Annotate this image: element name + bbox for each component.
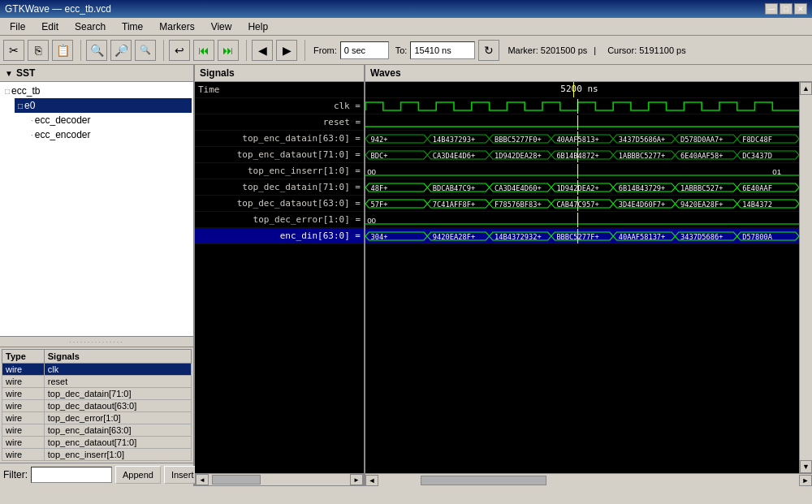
signals-list[interactable]: Time clk =reset =top_enc_datain[63:0] =t… — [195, 82, 364, 473]
type-signals-row[interactable]: wireclk — [2, 364, 192, 376]
col-signals-header: Signals — [44, 350, 191, 364]
menu-file[interactable]: File — [3, 19, 32, 34]
signal-time-header: Time — [195, 82, 364, 98]
wave-reset-row — [365, 114, 799, 131]
svg-text:48F+: 48F+ — [371, 184, 388, 192]
svg-text:3D4E4D60F7+: 3D4E4D60F7+ — [619, 200, 666, 209]
maximize-button[interactable]: □ — [780, 3, 793, 15]
signal-cell: clk — [44, 364, 191, 376]
hscroll-right[interactable]: ► — [799, 475, 812, 486]
toolbar-marker-next[interactable]: ⏭ — [218, 40, 239, 61]
signal-cell: reset — [44, 376, 191, 388]
type-signals-row[interactable]: wiretop_enc_datain[63:0] — [2, 424, 192, 437]
type-signals-row[interactable]: wiretop_dec_dataout[63:0] — [2, 400, 192, 412]
sst-tree[interactable]: □ ecc_tb □ e0 · ecc_decoder · ecc_encode… — [0, 82, 193, 336]
svg-text:BDC+: BDC+ — [371, 152, 388, 160]
signal-row[interactable]: enc_din[63:0] = — [195, 228, 364, 244]
signal-row[interactable]: top_dec_datain[71:0] = — [195, 179, 364, 196]
waves-panel: Waves 5200 ns — [365, 65, 812, 486]
filter-input[interactable] — [31, 467, 112, 483]
toolbar-page-right[interactable]: ▶ — [276, 40, 297, 61]
tree-e0[interactable]: □ e0 — [15, 98, 192, 113]
minimize-button[interactable]: — — [765, 3, 778, 15]
type-cell: wire — [2, 437, 45, 449]
menu-view[interactable]: View — [205, 19, 239, 34]
module-icon: □ — [5, 87, 10, 96]
signal-name: enc_din[63:0] = — [198, 230, 364, 241]
type-signals-row[interactable]: wiretop_dec_error[1:0] — [2, 412, 192, 424]
signal-row[interactable]: top_dec_dataout[63:0] = — [195, 196, 364, 212]
svg-text:7C41AFF8F+: 7C41AFF8F+ — [433, 200, 475, 209]
menu-markers[interactable]: Markers — [153, 19, 201, 34]
tree-label-ecc-encoder: ecc_encoder — [35, 129, 91, 140]
toolbar-undo[interactable]: ↩ — [169, 40, 190, 61]
waves-title: Waves — [370, 67, 401, 79]
toolbar-zoom-out[interactable]: 🔍 — [135, 40, 156, 61]
bus-wave-svg: 57F+7C41AFF8F+F78576BF83+CAB47C957+3D4E4… — [365, 196, 799, 211]
signals-hscrollbar[interactable]: ◄ ► — [195, 473, 364, 486]
waves-vscrollbar[interactable]: ▲ ▼ — [799, 82, 812, 473]
vscroll-up[interactable]: ▲ — [800, 82, 812, 95]
sst-collapse-icon[interactable]: ▼ — [5, 69, 13, 78]
titlebar-controls: — □ ✕ — [765, 3, 807, 15]
type-cell: wire — [2, 412, 45, 424]
cursor-display: Cursor: 5191100 ps — [607, 45, 686, 55]
type-signals-table: Type Signals wireclkwireresetwiretop_dec… — [2, 349, 192, 461]
signal-row[interactable]: top_enc_inserr[1:0] = — [195, 163, 364, 179]
signal-row[interactable]: clk = — [195, 98, 364, 114]
type-signals-row[interactable]: wiretop_enc_dataout[71:0] — [2, 437, 192, 449]
from-input[interactable] — [340, 41, 389, 59]
scroll-left-arrow[interactable]: ◄ — [196, 474, 209, 485]
toolbar-reload[interactable]: ↻ — [478, 40, 499, 61]
type-signals-row[interactable]: wiretop_enc_inserr[1:0] — [2, 449, 192, 461]
tree-ecc-encoder[interactable]: · ecc_encoder — [28, 127, 192, 142]
scroll-thumb[interactable] — [212, 475, 261, 485]
hscroll-left[interactable]: ◄ — [365, 475, 378, 486]
menu-edit[interactable]: Edit — [35, 19, 65, 34]
signal-row[interactable]: top_dec_error[1:0] = — [195, 212, 364, 228]
waves-canvas[interactable]: 5200 ns — [365, 82, 799, 473]
tree-ecc-decoder[interactable]: · ecc_decoder — [28, 113, 192, 127]
svg-text:F78576BF83+: F78576BF83+ — [495, 200, 542, 209]
toolbar-zoom-in[interactable]: 🔎 — [110, 40, 132, 61]
menu-search[interactable]: Search — [68, 19, 112, 34]
toolbar-zoom-in-fit[interactable]: 🔍 — [86, 40, 107, 61]
append-button[interactable]: Append — [115, 466, 161, 484]
sst-title: SST — [16, 67, 35, 79]
close-button[interactable]: ✕ — [794, 3, 807, 15]
hscroll-thumb[interactable] — [421, 476, 546, 485]
signal-cell: top_dec_datain[71:0] — [44, 388, 191, 400]
type-signals-row[interactable]: wiretop_dec_datain[71:0] — [2, 388, 192, 400]
titlebar: GTKWave — ecc_tb.vcd — □ ✕ — [0, 0, 812, 18]
type-signals-panel: Type Signals wireclkwireresetwiretop_dec… — [0, 347, 193, 463]
titlebar-title: GTKWave — ecc_tb.vcd — [5, 3, 111, 15]
scroll-right-arrow[interactable]: ► — [350, 474, 363, 485]
vscroll-track[interactable] — [800, 95, 812, 460]
toolbar-paste[interactable]: 📋 — [52, 40, 73, 61]
toolbar-marker-prev[interactable]: ⏮ — [193, 40, 214, 61]
svg-text:BDCAB47C9+: BDCAB47C9+ — [433, 184, 475, 192]
waves-hscrollbar[interactable]: ◄ ► — [365, 473, 812, 486]
toolbar-cut[interactable]: ✂ — [3, 40, 24, 61]
menu-time[interactable]: Time — [115, 19, 149, 34]
svg-text:6E40AAF: 6E40AAF — [742, 184, 772, 192]
wave-bus-row: 304+9420EA28F+14B4372932+BBBC5277F+40AAF… — [365, 228, 799, 244]
to-input[interactable] — [410, 41, 475, 59]
svg-text:00: 00 — [367, 167, 376, 176]
type-cell: wire — [2, 449, 45, 461]
tree-ecc-tb[interactable]: □ ecc_tb — [2, 84, 192, 98]
menubar: File Edit Search Time Markers View Help — [0, 18, 812, 36]
svg-text:14B4372: 14B4372 — [742, 200, 772, 209]
toolbar-copy[interactable]: ⎘ — [28, 40, 49, 61]
menu-help[interactable]: Help — [241, 19, 274, 34]
signal-row[interactable]: reset = — [195, 114, 364, 131]
sst-panel: ▼ SST □ ecc_tb □ e0 · ecc_decoder · ecc_… — [0, 65, 195, 486]
signal-row[interactable]: top_enc_dataout[71:0] = — [195, 147, 364, 163]
waves-right-area: 5200 ns — [365, 82, 812, 473]
signal-row[interactable]: top_enc_datain[63:0] = — [195, 131, 364, 147]
module-icon-decoder: · — [31, 116, 33, 125]
toolbar-page-left[interactable]: ◀ — [252, 40, 273, 61]
type-signals-row[interactable]: wirereset — [2, 376, 192, 388]
svg-text:3437D5686+: 3437D5686+ — [680, 233, 723, 241]
vscroll-down[interactable]: ▼ — [800, 460, 812, 473]
